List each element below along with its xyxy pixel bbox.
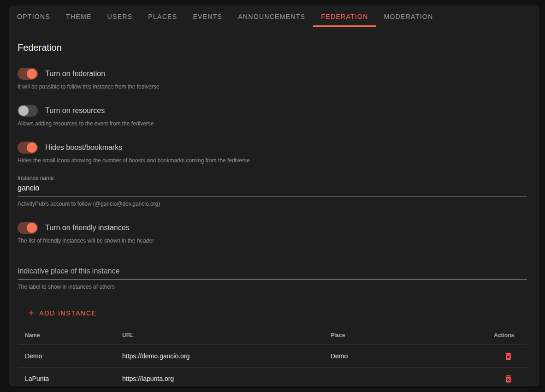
turn-on-resources-hint: Allows adding resources to the event fro… (18, 120, 527, 127)
switch-knob (18, 106, 29, 116)
switch-knob (27, 223, 37, 233)
tab-moderation[interactable]: MODERATION (376, 6, 441, 28)
admin-tab-bar: OPTIONS THEME USERS PLACES EVENTS ANNOUN… (9, 6, 539, 28)
add-instance-label: ADD INSTANCE (39, 309, 97, 317)
admin-card: OPTIONS THEME USERS PLACES EVENTS ANNOUN… (9, 6, 539, 386)
indicative-place-field: The label to show in instances of others (18, 263, 527, 290)
friendly-instances-hint: The list of friendly instances will be s… (18, 238, 527, 244)
federation-panel: Federation Turn on federation It will be… (9, 42, 539, 392)
table-header-row: Name URL Place Actions (18, 326, 527, 345)
header-actions: Actions (462, 332, 527, 339)
setting-federation: Turn on federation It will be possible t… (18, 68, 527, 90)
tab-federation[interactable]: FEDERATION (313, 6, 376, 28)
setting-resources: Turn on resources Allows adding resource… (18, 105, 527, 127)
plus-icon (27, 309, 36, 317)
hide-boosts-switch[interactable] (18, 142, 38, 154)
instance-name-hint: ActivityPub's account to follow (@gancio… (18, 201, 527, 207)
delete-instance-button[interactable] (503, 373, 514, 385)
tab-users[interactable]: USERS (100, 6, 141, 28)
instance-url: https://demo.gancio.org (115, 352, 323, 360)
instance-name: Demo (18, 352, 115, 360)
delete-instance-button[interactable] (503, 350, 514, 362)
hide-boosts-label[interactable]: Hides boost/bookmarks (45, 143, 122, 152)
delete-forever-icon (504, 378, 513, 385)
turn-on-federation-hint: It will be possible to follow this insta… (18, 83, 527, 90)
switch-knob (27, 69, 37, 79)
header-place: Place (323, 332, 462, 339)
indicative-place-input[interactable] (18, 263, 527, 280)
instance-name-label: Instance name (18, 175, 527, 181)
tab-events[interactable]: EVENTS (185, 6, 230, 28)
table-row: LaPunta https://lapunta.org (18, 368, 527, 390)
turn-on-federation-switch[interactable] (18, 68, 38, 80)
instance-url: https://lapunta.org (115, 375, 323, 382)
add-instance-button[interactable]: ADD INSTANCE (23, 306, 101, 320)
tab-theme[interactable]: THEME (58, 6, 100, 28)
setting-friendly-instances: Turn on friendly instances The list of f… (18, 222, 527, 244)
turn-on-federation-label[interactable]: Turn on federation (45, 70, 105, 78)
turn-on-resources-label[interactable]: Turn on resources (45, 107, 105, 115)
hide-boosts-hint: Hides the small icons showing the number… (18, 157, 527, 164)
admin-screen: OPTIONS THEME USERS PLACES EVENTS ANNOUN… (0, 0, 545, 392)
table-row: Gancio https://gancio.cisti.org Torino (18, 390, 527, 392)
instance-name-input[interactable] (18, 182, 527, 197)
table-row: Demo https://demo.gancio.org Demo (18, 345, 527, 368)
header-url: URL (115, 332, 323, 339)
friendly-instances-table: Name URL Place Actions Demo https://demo… (18, 326, 527, 392)
tab-announcements[interactable]: ANNOUNCEMENTS (230, 6, 313, 28)
instance-place: Demo (323, 352, 462, 360)
page-title: Federation (18, 42, 527, 53)
tab-options[interactable]: OPTIONS (9, 6, 58, 28)
setting-hide-boosts: Hides boost/bookmarks Hides the small ic… (18, 142, 527, 164)
turn-on-resources-switch[interactable] (18, 105, 38, 117)
instance-name-field: Instance name ActivityPub's account to f… (18, 175, 527, 207)
delete-forever-icon (504, 356, 513, 362)
friendly-instances-switch[interactable] (18, 222, 38, 234)
friendly-instances-label[interactable]: Turn on friendly instances (45, 224, 130, 232)
switch-knob (27, 143, 37, 153)
header-name: Name (18, 332, 115, 339)
tab-places[interactable]: PLACES (140, 6, 185, 28)
instance-name: LaPunta (18, 375, 115, 382)
indicative-place-hint: The label to show in instances of others (18, 284, 527, 290)
